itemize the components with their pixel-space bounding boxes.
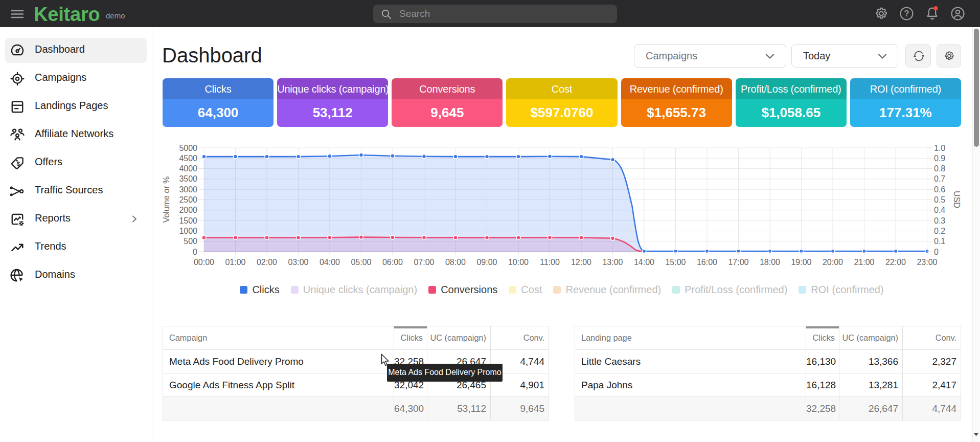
svg-text:Volume or %: Volume or %	[162, 176, 171, 223]
svg-text:15:00: 15:00	[665, 258, 686, 267]
svg-text:09:00: 09:00	[476, 258, 497, 267]
svg-text:2000: 2000	[179, 206, 197, 214]
svg-text:4500: 4500	[179, 154, 197, 163]
svg-text:3500: 3500	[179, 174, 197, 183]
svg-text:0.2: 0.2	[934, 227, 945, 235]
svg-text:17:00: 17:00	[728, 258, 748, 267]
svg-text:21:00: 21:00	[854, 258, 874, 267]
svg-text:0.5: 0.5	[934, 195, 945, 204]
svg-text:05:00: 05:00	[351, 258, 371, 267]
svg-text:1500: 1500	[179, 216, 197, 225]
svg-text:0.3: 0.3	[934, 216, 945, 225]
svg-text:13:00: 13:00	[602, 258, 623, 267]
svg-text:USD: USD	[952, 191, 961, 208]
svg-text:14:00: 14:00	[634, 258, 654, 267]
svg-text:0.9: 0.9	[934, 154, 945, 163]
svg-text:23:00: 23:00	[917, 258, 937, 267]
svg-text:3000: 3000	[179, 185, 197, 194]
svg-text:0.1: 0.1	[934, 237, 945, 246]
svg-text:0.7: 0.7	[934, 174, 945, 183]
svg-text:5000: 5000	[179, 144, 197, 152]
svg-text:0.4: 0.4	[934, 206, 945, 214]
svg-text:03:00: 03:00	[288, 258, 308, 267]
svg-text:0: 0	[934, 248, 939, 256]
svg-text:16:00: 16:00	[697, 258, 717, 267]
svg-text:12:00: 12:00	[571, 258, 591, 267]
svg-text:06:00: 06:00	[382, 258, 403, 267]
svg-text:0.6: 0.6	[934, 185, 945, 194]
svg-text:0: 0	[193, 248, 197, 256]
svg-text:0.8: 0.8	[934, 164, 945, 173]
svg-text:11:00: 11:00	[540, 258, 560, 267]
svg-text:1.0: 1.0	[934, 144, 945, 152]
svg-text:01:00: 01:00	[225, 258, 245, 267]
svg-text:04:00: 04:00	[320, 258, 340, 267]
svg-text:02:00: 02:00	[257, 258, 277, 267]
svg-text:00:00: 00:00	[194, 258, 214, 267]
svg-text:07:00: 07:00	[414, 258, 434, 267]
svg-text:08:00: 08:00	[445, 258, 466, 267]
svg-text:500: 500	[184, 237, 197, 246]
svg-text:20:00: 20:00	[823, 258, 843, 267]
svg-text:18:00: 18:00	[760, 258, 780, 267]
svg-text:10:00: 10:00	[508, 258, 529, 267]
svg-text:2500: 2500	[179, 195, 197, 204]
svg-text:4000: 4000	[179, 164, 197, 173]
svg-text:19:00: 19:00	[791, 258, 811, 267]
svg-text:1000: 1000	[179, 227, 197, 235]
svg-text:?: ?	[904, 9, 909, 18]
svg-text:22:00: 22:00	[885, 258, 906, 267]
